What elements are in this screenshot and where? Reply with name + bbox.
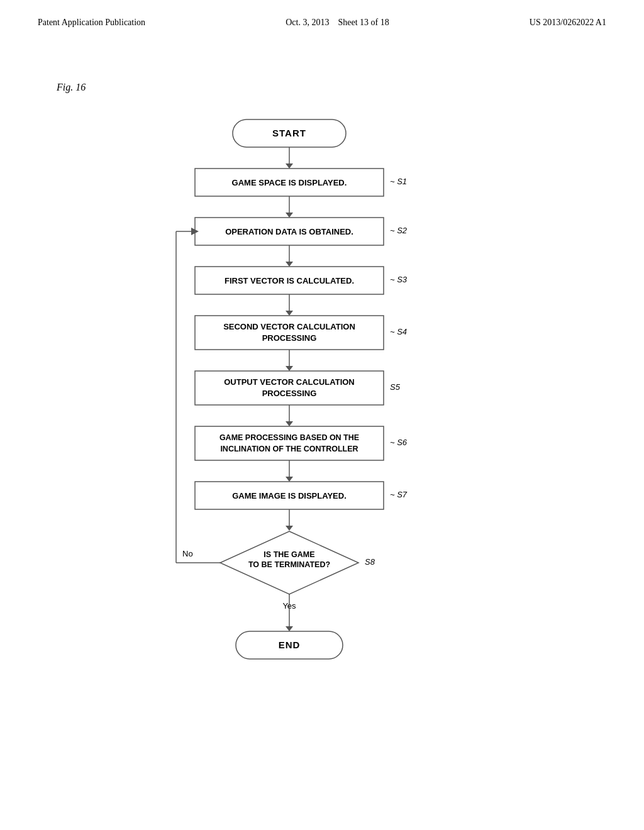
- svg-marker-3: [286, 163, 293, 169]
- svg-marker-48: [286, 626, 293, 631]
- header-right: US 2013/0262022 A1: [530, 18, 606, 28]
- svg-text:No: No: [182, 549, 193, 558]
- page-header: Patent Application Publication Oct. 3, 2…: [0, 0, 644, 28]
- svg-text:GAME IMAGE IS DISPLAYED.: GAME IMAGE IS DISPLAYED.: [232, 491, 347, 501]
- svg-text:~ S4: ~ S4: [390, 327, 407, 336]
- svg-text:PROCESSING: PROCESSING: [262, 333, 317, 343]
- svg-text:IS THE GAME: IS THE GAME: [264, 550, 314, 559]
- svg-text:GAME SPACE IS DISPLAYED.: GAME SPACE IS DISPLAYED.: [232, 178, 347, 187]
- svg-text:~ S3: ~ S3: [390, 275, 408, 284]
- svg-marker-18: [286, 311, 293, 316]
- svg-text:GAME PROCESSING BASED ON THE: GAME PROCESSING BASED ON THE: [219, 433, 359, 442]
- svg-text:TO BE TERMINATED?: TO BE TERMINATED?: [248, 560, 330, 569]
- svg-marker-13: [286, 262, 293, 267]
- svg-text:START: START: [272, 128, 306, 138]
- svg-text:~ S1: ~ S1: [390, 177, 407, 186]
- svg-marker-30: [286, 421, 293, 426]
- svg-text:FIRST VECTOR IS CALCULATED.: FIRST VECTOR IS CALCULATED.: [225, 276, 354, 285]
- svg-text:OUTPUT VECTOR CALCULATION: OUTPUT VECTOR CALCULATION: [224, 377, 355, 387]
- svg-marker-36: [286, 477, 293, 482]
- flowchart-svg: START GAME SPACE IS DISPLAYED. ~ S1 OPER…: [0, 101, 644, 817]
- svg-text:SECOND VECTOR CALCULATION: SECOND VECTOR CALCULATION: [223, 322, 355, 331]
- svg-text:~ S6: ~ S6: [390, 438, 408, 447]
- header-center: Oct. 3, 2013 Sheet 13 of 18: [286, 18, 389, 28]
- svg-rect-25: [195, 371, 384, 405]
- svg-rect-19: [195, 316, 384, 350]
- svg-text:OPERATION DATA IS OBTAINED.: OPERATION DATA IS OBTAINED.: [225, 227, 353, 236]
- svg-text:~ S2: ~ S2: [390, 226, 408, 235]
- figure-label: Fig. 16: [57, 82, 86, 93]
- svg-marker-24: [286, 366, 293, 371]
- svg-text:PROCESSING: PROCESSING: [262, 389, 317, 398]
- svg-text:S5: S5: [390, 382, 401, 392]
- svg-rect-31: [195, 426, 384, 460]
- svg-text:~ S7: ~ S7: [390, 490, 408, 499]
- svg-text:INCLINATION OF THE CONTROLLER: INCLINATION OF THE CONTROLLER: [220, 445, 358, 453]
- svg-marker-41: [286, 526, 293, 531]
- svg-text:S8: S8: [365, 557, 375, 567]
- svg-text:END: END: [279, 639, 301, 650]
- header-left: Patent Application Publication: [38, 18, 145, 28]
- svg-marker-8: [286, 213, 293, 218]
